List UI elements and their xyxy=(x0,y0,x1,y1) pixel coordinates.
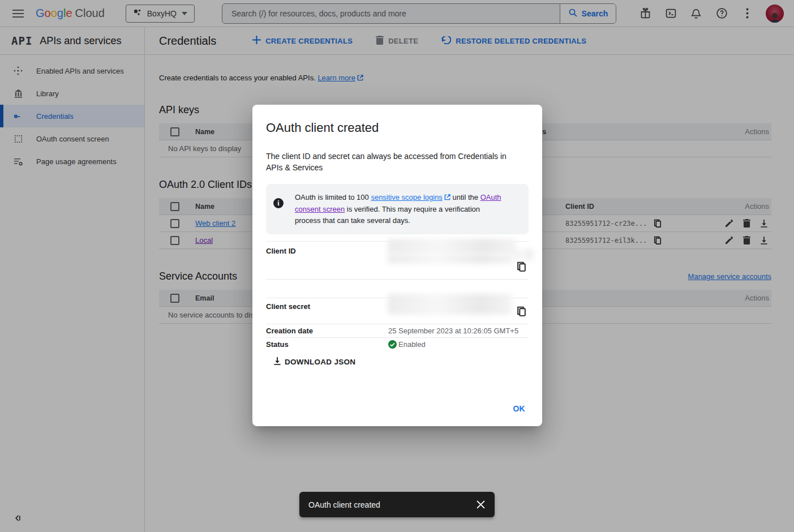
creation-date-label: Creation date xyxy=(266,327,388,335)
snackbar-message: OAuth client created xyxy=(308,500,380,509)
dialog-subtitle: The client ID and secret can always be a… xyxy=(266,151,520,173)
info-icon: i xyxy=(273,198,284,208)
copy-client-secret-icon[interactable] xyxy=(517,306,527,316)
copy-client-id-icon[interactable] xyxy=(517,261,527,272)
oauth-client-created-dialog: OAuth client created The client ID and s… xyxy=(252,105,542,426)
redacted-client-secret-blur xyxy=(388,294,512,315)
redacted-client-id-blur xyxy=(514,249,534,260)
dialog-title: OAuth client created xyxy=(266,121,529,135)
status-label: Status xyxy=(266,340,388,349)
redacted-client-id-blur xyxy=(388,254,513,264)
dialog-detail-rows: Client ID Client secret Creation date 25… xyxy=(266,241,529,351)
sensitive-scope-logins-link[interactable]: sensitive scope logins xyxy=(371,193,442,201)
check-circle-icon xyxy=(388,340,397,349)
creation-date-value: 25 September 2023 at 10:26:05 GMT+5 xyxy=(388,327,518,335)
info-banner: i OAuth is limited to 100 sensitive scop… xyxy=(266,184,529,234)
redacted-client-id-blur xyxy=(388,239,516,254)
ok-button[interactable]: OK xyxy=(513,404,525,413)
creation-date-row: Creation date 25 September 2023 at 10:26… xyxy=(266,324,529,337)
status-value: Enabled xyxy=(398,340,426,349)
snackbar-toast: OAuth client created xyxy=(299,492,495,517)
download-json-button[interactable]: DOWNLOAD JSON xyxy=(273,357,355,367)
external-link-icon xyxy=(444,192,450,204)
download-icon xyxy=(273,357,281,367)
client-secret-label: Client secret xyxy=(266,298,388,324)
client-id-label: Client ID xyxy=(266,242,388,279)
status-row: Status Enabled xyxy=(266,337,529,351)
status-badge: Enabled xyxy=(388,340,426,349)
info-text: OAuth is limited to 100 sensitive scope … xyxy=(295,192,508,226)
close-icon[interactable] xyxy=(475,500,486,510)
